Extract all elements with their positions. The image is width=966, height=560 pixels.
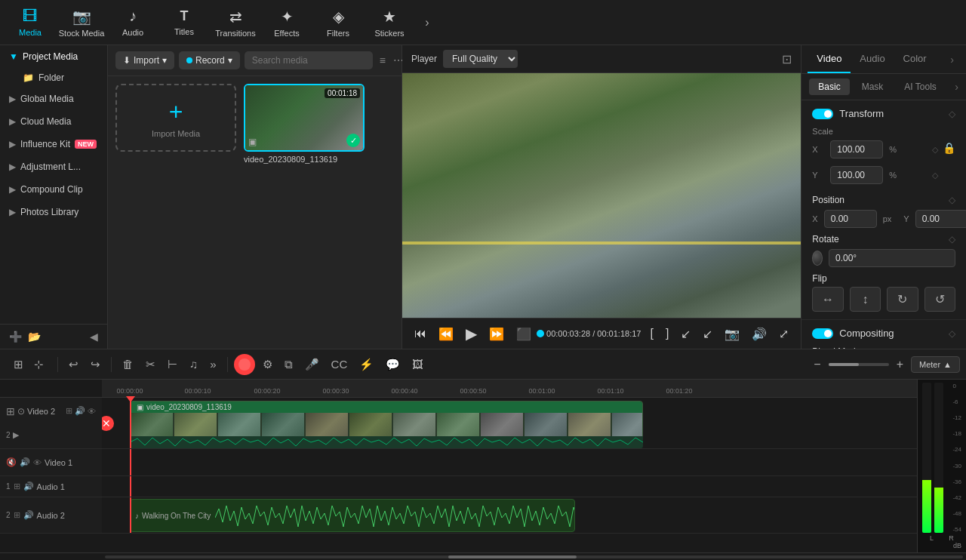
tl-record-button[interactable] [234, 354, 255, 375]
track-icon-v1-mute[interactable]: 🔇 [6, 457, 17, 467]
tab-color[interactable]: Color [894, 45, 936, 73]
tl-settings-button[interactable]: ⚙ [258, 355, 277, 374]
tl-speech-button[interactable]: 💬 [381, 355, 405, 374]
record-button[interactable]: Record ▾ [179, 51, 240, 69]
screenshot-button[interactable]: 📷 [721, 325, 743, 343]
flip-h-button[interactable]: ↔ [812, 287, 843, 312]
toolbar-item-stickers[interactable]: ★ Stickers [365, 3, 414, 42]
compositing-keyframe[interactable]: ◇ [949, 328, 955, 339]
tl-mic-button[interactable]: 🎤 [300, 355, 324, 374]
rotate-diamond[interactable]: ◇ [949, 234, 955, 245]
track-visible-v2[interactable]: 👁 [88, 407, 96, 416]
tl-trim-button[interactable]: ⊢ [163, 355, 182, 374]
zoom-slider[interactable] [829, 363, 889, 366]
frame-back-button[interactable]: ⏪ [435, 325, 457, 343]
fullscreen-button[interactable]: ⤢ [776, 325, 792, 343]
pos-y-input[interactable] [915, 210, 966, 228]
tl-select-button[interactable]: ⊹ [29, 355, 48, 374]
sidebar-item-influencekit[interactable]: ▶ Influence Kit NEW [0, 133, 107, 155]
mark-in-button[interactable]: [ [647, 325, 656, 342]
add-track-icon[interactable]: ➕ [9, 331, 22, 343]
filter-icon[interactable]: ≡ [377, 52, 388, 69]
volume-button[interactable]: 🔊 [749, 325, 770, 343]
subtab-mask[interactable]: Mask [853, 78, 893, 95]
track-icon-v2-2[interactable]: 🔊 [75, 406, 85, 416]
audio-clip[interactable]: ♪ Walking On The City [130, 499, 575, 532]
meter-button[interactable]: Meter ▲ [911, 356, 960, 373]
tl-cut-button[interactable]: ✂ [141, 355, 160, 374]
track-link-icon-v2[interactable]: ⊙ [17, 406, 25, 417]
tab-audio[interactable]: Audio [851, 45, 894, 73]
track-visible-v1[interactable]: 👁 [33, 458, 42, 467]
sidebar-item-compoundclip[interactable]: ▶ Compound Clip [0, 178, 107, 201]
tl-more-button[interactable]: » [205, 355, 220, 374]
tl-screenshot-button[interactable]: 🖼 [408, 355, 428, 374]
scale-x-diamond[interactable]: ◇ [932, 145, 938, 155]
sidebar-item-globalmedia[interactable]: ▶ Global Media [0, 88, 107, 110]
track-icon-v2-1[interactable]: ⊞ [66, 406, 72, 416]
tl-autocut-button[interactable]: ⚡ [355, 355, 378, 374]
add-media-button[interactable]: + Import Media [115, 84, 236, 152]
tl-audio-button[interactable]: ♫ [185, 355, 202, 374]
flip-r1-button[interactable]: ↻ [887, 287, 918, 312]
tab-video[interactable]: Video [808, 45, 851, 73]
transform-toggle[interactable] [812, 109, 833, 119]
tl-delete-button[interactable]: 🗑 [118, 355, 138, 374]
flip-r2-button[interactable]: ↺ [924, 287, 955, 312]
sidebar-item-cloudmedia[interactable]: ▶ Cloud Media [0, 110, 107, 133]
toolbar-item-stockmedia[interactable]: 📷 Stock Media [57, 3, 106, 42]
track-icon-a1-vol[interactable]: 🔊 [23, 482, 34, 491]
sidebar-item-folder[interactable]: 📁 Folder [0, 68, 107, 88]
scrollbar-thumb[interactable] [448, 555, 577, 558]
flip-v-button[interactable]: ↕ [850, 287, 881, 312]
tl-captions-button[interactable]: CC [327, 355, 352, 374]
zoom-in-button[interactable]: + [892, 356, 908, 373]
media-item[interactable]: 00:01:18 ▣ ✓ video_20230809_113619 [244, 84, 365, 341]
frame-forward-button[interactable]: ⏩ [486, 325, 507, 343]
sub-tabs-expand[interactable]: › [955, 81, 958, 93]
toolbar-item-filters[interactable]: ◈ Filters [314, 3, 362, 42]
tl-redo-button[interactable]: ↪ [86, 355, 105, 374]
toolbar-item-titles[interactable]: T Titles [160, 3, 208, 42]
quality-select[interactable]: Full Quality Half Quality [443, 50, 518, 68]
tl-layout-button[interactable]: ⊞ [9, 355, 28, 374]
scale-y-input[interactable] [830, 166, 883, 184]
track-icon-a1-1[interactable]: ⊞ [14, 482, 20, 491]
sidebar-item-photosl[interactable]: ▶ Photos Library [0, 201, 107, 223]
tl-crop-button[interactable]: ⧉ [280, 355, 297, 374]
track-icon-a2-1[interactable]: ⊞ [14, 510, 20, 520]
mark-out-button[interactable]: ] [663, 325, 672, 342]
play-button[interactable]: ▶ [463, 323, 480, 344]
toolbar-item-transitions[interactable]: ⇄ Transitions [211, 3, 260, 42]
import-button[interactable]: ⬇ Import ▾ [115, 51, 174, 69]
position-diamond[interactable]: ◇ [949, 195, 955, 205]
player-settings-icon[interactable]: ⊡ [782, 52, 792, 66]
right-panel-expand[interactable]: › [944, 48, 960, 72]
insert-button[interactable]: ↙ [678, 325, 694, 343]
transform-keyframe[interactable]: ◇ [949, 109, 955, 119]
stop-button[interactable]: ⬛ [513, 325, 534, 343]
folder-add-icon[interactable]: 📂 [28, 331, 41, 343]
sidebar-item-adjustmentl[interactable]: ▶ Adjustment L... [0, 155, 107, 178]
zoom-out-button[interactable]: − [809, 356, 825, 373]
overwrite-button[interactable]: ↙ [700, 325, 715, 343]
subtab-aitools[interactable]: AI Tools [895, 78, 945, 95]
toolbar-expand-arrow[interactable]: › [417, 3, 438, 42]
pos-x-input[interactable] [824, 210, 877, 228]
toolbar-item-audio[interactable]: ♪ Audio [109, 3, 157, 42]
rotate-input[interactable] [829, 249, 955, 267]
progress-handle[interactable] [537, 330, 544, 337]
sidebar-collapse-icon[interactable]: ◀ [90, 331, 98, 343]
scrollbar-track[interactable] [105, 555, 963, 558]
play-icon-v2[interactable]: ▶ [13, 430, 19, 440]
skip-back-button[interactable]: ⏮ [411, 325, 429, 342]
sidebar-item-projectmedia[interactable]: ▼ Project Media [0, 45, 107, 68]
scale-y-diamond[interactable]: ◇ [932, 171, 938, 180]
clip-delete-button[interactable]: ✕ [102, 416, 114, 431]
tl-undo-button[interactable]: ↩ [64, 355, 83, 374]
track-icon-a2-vol[interactable]: 🔊 [23, 510, 34, 520]
compositing-toggle[interactable] [812, 328, 833, 339]
subtab-basic[interactable]: Basic [809, 78, 849, 95]
search-input[interactable] [245, 51, 373, 69]
lock-ratio[interactable]: 🔒 [943, 142, 955, 154]
